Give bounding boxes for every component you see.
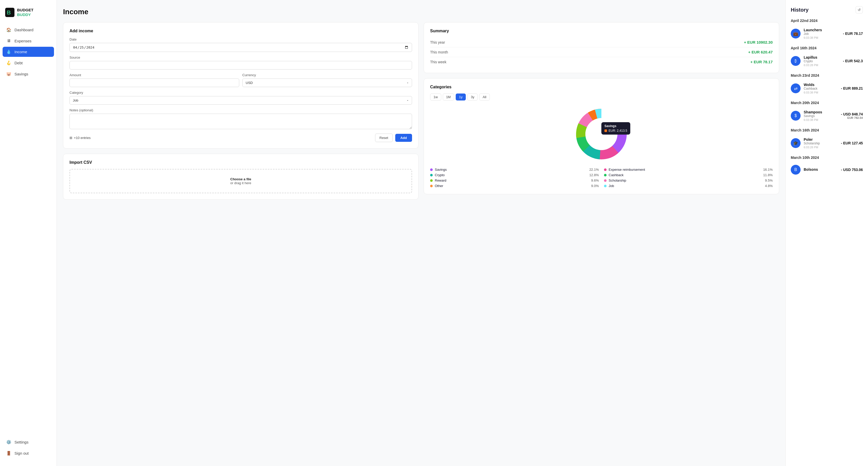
history-avatar: ₿ (791, 56, 801, 66)
legend-label: Other (435, 184, 443, 188)
history-time: 6:03:38 PM (804, 118, 838, 121)
legend-dot (430, 179, 433, 182)
legend-left: Other (430, 184, 443, 188)
categories-title: Categories (430, 85, 773, 89)
history-date-group: April 16th 2024 ₿ Lapillus Crypto 6:03:2… (791, 46, 863, 69)
notes-label: Notes (optional) (69, 108, 412, 112)
legend-label: Cashback (609, 173, 624, 177)
summary-value-year: + EUR 10902.30 (744, 40, 773, 44)
filter-3y[interactable]: 3y (467, 94, 478, 100)
history-amount-sub: EUR 782.54 (841, 116, 863, 119)
sidebar-item-savings[interactable]: 🐷 Savings (3, 69, 54, 79)
sidebar-item-signout[interactable]: 🚪 Sign out (3, 448, 54, 458)
legend-grid: Savings 22.1% Expense reimbursement 16.1… (430, 168, 773, 188)
history-name: Launchers (804, 28, 840, 32)
history-amount: - EUR 78.17 (843, 32, 863, 36)
history-name: Shampoos (804, 110, 838, 114)
legend-dot (430, 174, 433, 177)
source-input[interactable] (69, 61, 412, 69)
nav-menu: 🏠 Dashboard 🖥 Expenses 💧 Income 🪝 Debt 🐷… (0, 25, 57, 434)
amount-group: Amount (69, 73, 239, 87)
sidebar-item-debt[interactable]: 🪝 Debt (3, 58, 54, 68)
legend-item: Cashback 11.8% (604, 173, 773, 177)
history-date-label: April 16th 2024 (791, 46, 863, 50)
logo-icon: B (5, 8, 14, 17)
legend-item: Expense reimbursement 16.1% (604, 168, 773, 172)
history-time: 6:03:38 PM (804, 91, 838, 94)
sidebar-item-dashboard[interactable]: 🏠 Dashboard (3, 25, 54, 35)
add-income-title: Add income (69, 29, 412, 33)
expenses-icon: 🖥 (6, 38, 11, 43)
summary-row-year: This year + EUR 10902.30 (430, 37, 773, 47)
history-name: Bolsons (804, 167, 838, 172)
legend-left: Scholarship (604, 179, 626, 182)
sidebar-item-settings[interactable]: ⚙️ Settings (3, 437, 54, 447)
form-actions: ⊞ +10 entries Reset Add (69, 133, 412, 142)
income-icon: 💧 (6, 49, 11, 54)
add-button[interactable]: Add (395, 134, 412, 142)
notes-input[interactable] (69, 114, 412, 129)
category-label: Category (69, 91, 412, 95)
summary-value-month: + EUR 620.47 (748, 50, 773, 54)
history-panel: History ↺ April 22nd 2024 💼 Launchers Jo… (785, 0, 868, 466)
right-column: Summary This year + EUR 10902.30 This mo… (424, 22, 779, 200)
sidebar-bottom: ⚙️ Settings 🚪 Sign out (0, 434, 57, 461)
legend-pct: 9.6% (591, 179, 599, 182)
summary-row-week: This week + EUR 78.17 (430, 57, 773, 67)
history-avatar: B (791, 165, 801, 175)
date-label: Date (69, 37, 412, 41)
history-info: Launchers Job 6:03:38 PM (804, 28, 840, 39)
history-time: 6:03:28 PM (804, 146, 838, 149)
currency-label: Currency (242, 73, 412, 77)
legend-dot (604, 168, 607, 171)
notes-group: Notes (optional) (69, 108, 412, 130)
entries-button[interactable]: ⊞ +10 entries (69, 136, 91, 140)
legend-pct: 4.8% (765, 184, 773, 188)
filter-1m[interactable]: 1M (443, 94, 454, 100)
legend-dot (604, 174, 607, 177)
currency-select[interactable]: USD EUR GBP (242, 79, 412, 87)
legend-dot (604, 185, 607, 187)
history-item: 🎓 Poler Scholarship 6:03:28 PM - EUR 127… (791, 135, 863, 151)
filter-1y[interactable]: 1y (456, 94, 466, 100)
import-csv-title: Import CSV (69, 160, 412, 165)
history-amount: - EUR 127.45 (841, 141, 863, 145)
history-avatar: $ (791, 111, 801, 121)
legend-label: Scholarship (609, 179, 626, 182)
history-date-group: March 23rd 2024 ⇄ Wolds Cashback 6:03:38… (791, 73, 863, 97)
tooltip-dot (604, 129, 607, 132)
content-grid: Add income Date Source Amount Currency (63, 22, 779, 200)
filter-1w[interactable]: 1w (430, 94, 441, 100)
history-info: Lapillus Crypto 6:03:28 PM (804, 55, 840, 67)
legend-left: Cashback (604, 173, 624, 177)
time-filters: 1w 1M 1y 3y All (430, 94, 773, 100)
history-refresh-button[interactable]: ↺ (856, 6, 863, 13)
reset-button[interactable]: Reset (375, 133, 393, 142)
legend-pct: 9.5% (765, 179, 773, 182)
date-input[interactable] (69, 43, 412, 52)
history-category: Crypto (804, 59, 840, 63)
sidebar-item-expenses[interactable]: 🖥 Expenses (3, 36, 54, 46)
history-info: Shampoos Savings 6:03:38 PM (804, 110, 838, 121)
legend-item: Other 9.0% (430, 184, 599, 188)
history-time: 6:03:28 PM (804, 64, 840, 67)
legend-item: Scholarship 9.5% (604, 179, 773, 182)
sidebar-item-label: Savings (14, 72, 28, 76)
history-avatar: 💼 (791, 29, 801, 38)
entries-label: +10 entries (74, 136, 91, 140)
drop-zone[interactable]: Choose a file or drag it here (69, 169, 412, 193)
filter-all[interactable]: All (479, 94, 490, 100)
category-select[interactable]: Job Freelance Savings Investment Other (69, 96, 412, 104)
history-amount: - EUR 542.3 (843, 59, 863, 63)
amount-input[interactable] (69, 79, 239, 87)
history-date-label: April 22nd 2024 (791, 19, 863, 23)
date-group: Date (69, 37, 412, 52)
tooltip-value: EUR: 2,413.5 (604, 129, 627, 132)
tooltip-amount: EUR: 2,413.5 (609, 129, 627, 132)
sidebar-item-income[interactable]: 💧 Income (3, 47, 54, 57)
history-date-label: March 20th 2024 (791, 101, 863, 105)
amount-label: Amount (69, 73, 239, 77)
sidebar: B BUDGETBUDDY 🏠 Dashboard 🖥 Expenses 💧 I… (0, 0, 57, 466)
import-csv-card: Import CSV Choose a file or drag it here (63, 154, 418, 200)
history-date-group: April 22nd 2024 💼 Launchers Job 6:03:38 … (791, 19, 863, 42)
